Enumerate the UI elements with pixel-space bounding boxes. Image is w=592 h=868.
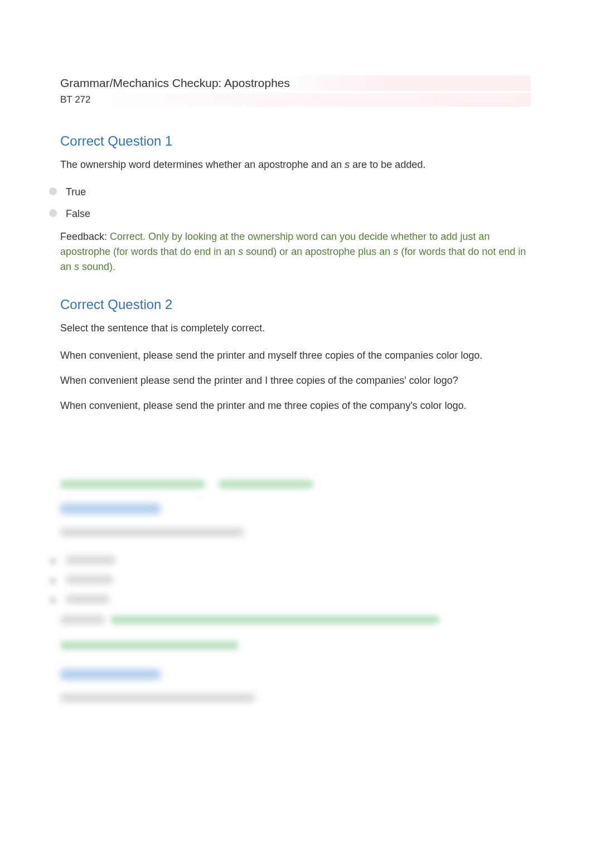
page: Grammar/Mechanics Checkup: Apostrophes B… bbox=[0, 0, 592, 705]
q1-prompt-pre: The ownership word determines whether an… bbox=[60, 159, 344, 170]
question-1-prompt: The ownership word determines whether an… bbox=[60, 158, 531, 172]
question-1: Correct Question 1 The ownership word de… bbox=[60, 133, 531, 274]
q1-fb-i1: s bbox=[238, 246, 243, 257]
q1-feedback-label: Feedback: bbox=[60, 231, 110, 242]
doc-title: Grammar/Mechanics Checkup: Apostrophes bbox=[60, 75, 531, 91]
q2-option-c-label: When convenient, please send the printer… bbox=[60, 399, 467, 413]
q1-option-false-row[interactable]: False bbox=[49, 207, 531, 221]
q1-fb-tail: sound). bbox=[79, 261, 115, 272]
q1-feedback-body: Correct. Only by looking at the ownershi… bbox=[60, 231, 526, 272]
q1-feedback: Feedback: Correct. Only by looking at th… bbox=[60, 229, 531, 274]
q2-option-a-row[interactable]: When convenient, please send the printer… bbox=[60, 349, 531, 363]
blurred-content bbox=[60, 480, 531, 705]
radio-icon[interactable] bbox=[49, 209, 57, 217]
q1-prompt-post: are to be added. bbox=[350, 159, 425, 170]
question-2-heading: Correct Question 2 bbox=[60, 297, 531, 312]
q2-option-b-row[interactable]: When convenient please send the printer … bbox=[60, 374, 531, 388]
radio-icon[interactable] bbox=[49, 187, 57, 195]
q1-option-false-label: False bbox=[66, 207, 90, 221]
q2-option-c-row[interactable]: When convenient, please send the printer… bbox=[60, 399, 531, 413]
question-2: Correct Question 2 Select the sentence t… bbox=[60, 297, 531, 413]
q2-option-b-label: When convenient please send the printer … bbox=[60, 374, 458, 388]
q1-fb-i3: s bbox=[74, 261, 79, 272]
q2-option-a-label: When convenient, please send the printer… bbox=[60, 349, 482, 363]
question-1-heading: Correct Question 1 bbox=[60, 133, 531, 149]
q1-prompt-italic: s bbox=[344, 159, 350, 170]
q1-option-true-label: True bbox=[66, 185, 86, 199]
q1-fb-mid: sound) or an apostrophe plus an bbox=[243, 246, 393, 257]
q1-option-true-row[interactable]: True bbox=[49, 185, 531, 199]
doc-subtitle: BT 272 bbox=[60, 93, 531, 107]
question-2-prompt: Select the sentence that is completely c… bbox=[60, 321, 531, 335]
